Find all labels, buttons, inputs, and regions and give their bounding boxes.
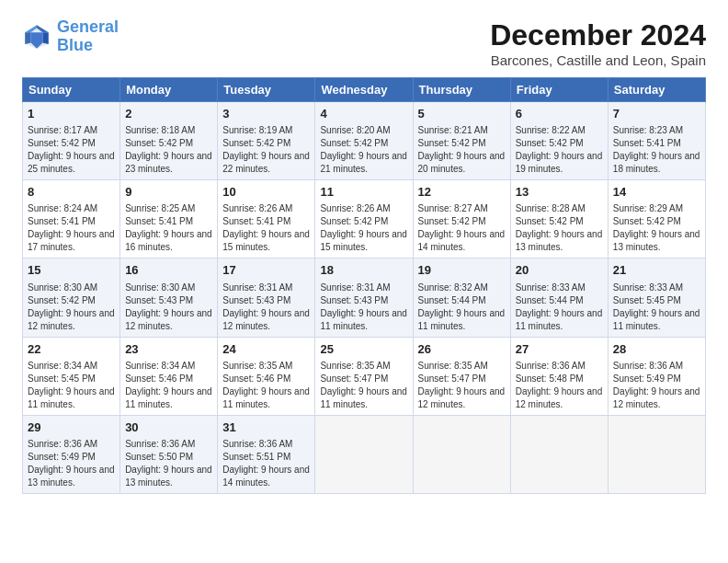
sunset-text: Sunset: 5:51 PM [222, 452, 290, 462]
week-row-4: 22Sunrise: 8:34 AMSunset: 5:45 PMDayligh… [23, 337, 706, 415]
sunrise-text: Sunrise: 8:26 AM [320, 203, 390, 213]
sunrise-text: Sunrise: 8:32 AM [418, 282, 488, 293]
daylight-text: Daylight: 9 hours and 21 minutes. [320, 151, 407, 174]
sunrise-text: Sunrise: 8:28 AM [516, 203, 586, 213]
sunrise-text: Sunrise: 8:21 AM [418, 125, 488, 135]
daylight-text: Daylight: 9 hours and 11 minutes. [320, 308, 407, 331]
sunset-text: Sunset: 5:47 PM [418, 373, 486, 384]
day-number: 3 [222, 106, 310, 122]
sunrise-text: Sunrise: 8:36 AM [613, 361, 683, 371]
sunset-text: Sunset: 5:42 PM [320, 216, 388, 226]
sunrise-text: Sunrise: 8:17 AM [28, 125, 97, 135]
daylight-text: Daylight: 9 hours and 12 minutes. [516, 386, 603, 409]
calendar-cell: 22Sunrise: 8:34 AMSunset: 5:45 PMDayligh… [23, 337, 120, 415]
sunrise-text: Sunrise: 8:26 AM [222, 203, 292, 213]
daylight-text: Daylight: 9 hours and 11 minutes. [320, 386, 407, 409]
day-number: 22 [28, 341, 115, 358]
calendar-cell: 23Sunrise: 8:34 AMSunset: 5:46 PMDayligh… [120, 337, 218, 415]
calendar-cell: 8Sunrise: 8:24 AMSunset: 5:41 PMDaylight… [23, 180, 120, 259]
sunset-text: Sunset: 5:42 PM [418, 138, 486, 148]
daylight-text: Daylight: 9 hours and 18 minutes. [613, 151, 700, 174]
daylight-text: Daylight: 9 hours and 13 minutes. [613, 229, 700, 252]
daylight-text: Daylight: 9 hours and 11 minutes. [418, 308, 506, 331]
daylight-text: Daylight: 9 hours and 13 minutes. [125, 465, 212, 488]
calendar-cell: 7Sunrise: 8:23 AMSunset: 5:41 PMDaylight… [608, 102, 705, 180]
sunset-text: Sunset: 5:45 PM [28, 373, 96, 384]
logo: General Blue [22, 18, 119, 55]
title-block: December 2024 Barcones, Castille and Leo… [490, 18, 706, 68]
day-number: 15 [28, 262, 115, 279]
sunset-text: Sunset: 5:42 PM [516, 138, 584, 148]
daylight-text: Daylight: 9 hours and 13 minutes. [516, 229, 603, 252]
calendar-cell: 26Sunrise: 8:35 AMSunset: 5:47 PMDayligh… [413, 337, 510, 415]
calendar-cell: 21Sunrise: 8:33 AMSunset: 5:45 PMDayligh… [608, 259, 705, 337]
sunrise-text: Sunrise: 8:25 AM [125, 203, 195, 213]
column-header-friday: Friday [510, 78, 608, 102]
sunset-text: Sunset: 5:42 PM [28, 138, 96, 148]
calendar-cell: 15Sunrise: 8:30 AMSunset: 5:42 PMDayligh… [23, 259, 120, 337]
daylight-text: Daylight: 9 hours and 12 minutes. [28, 308, 115, 331]
page: General Blue December 2024 Barcones, Cas… [0, 0, 728, 563]
day-number: 6 [516, 106, 603, 122]
calendar-cell [413, 415, 510, 493]
sunrise-text: Sunrise: 8:22 AM [516, 125, 586, 135]
sunset-text: Sunset: 5:50 PM [125, 452, 193, 462]
calendar-cell: 16Sunrise: 8:30 AMSunset: 5:43 PMDayligh… [120, 259, 218, 337]
calendar-cell: 20Sunrise: 8:33 AMSunset: 5:44 PMDayligh… [510, 259, 608, 337]
week-row-2: 8Sunrise: 8:24 AMSunset: 5:41 PMDaylight… [23, 180, 706, 259]
column-header-wednesday: Wednesday [315, 78, 413, 102]
logo-blue: Blue [57, 36, 93, 54]
sunset-text: Sunset: 5:41 PM [222, 216, 290, 226]
calendar-cell: 24Sunrise: 8:35 AMSunset: 5:46 PMDayligh… [218, 337, 315, 415]
sunset-text: Sunset: 5:42 PM [125, 138, 193, 148]
daylight-text: Daylight: 9 hours and 12 minutes. [222, 308, 310, 331]
sunset-text: Sunset: 5:43 PM [320, 295, 388, 305]
calendar-cell [510, 415, 608, 493]
day-number: 24 [222, 341, 310, 358]
daylight-text: Daylight: 9 hours and 16 minutes. [125, 229, 212, 252]
sunrise-text: Sunrise: 8:36 AM [28, 439, 97, 449]
calendar-cell: 9Sunrise: 8:25 AMSunset: 5:41 PMDaylight… [120, 180, 218, 259]
daylight-text: Daylight: 9 hours and 23 minutes. [125, 151, 212, 174]
calendar-header: SundayMondayTuesdayWednesdayThursdayFrid… [23, 78, 706, 102]
calendar-cell: 11Sunrise: 8:26 AMSunset: 5:42 PMDayligh… [315, 180, 413, 259]
svg-marker-3 [25, 32, 30, 44]
sunset-text: Sunset: 5:41 PM [125, 216, 193, 226]
sunrise-text: Sunrise: 8:31 AM [320, 282, 390, 293]
calendar-cell [315, 415, 413, 493]
day-number: 30 [125, 419, 212, 436]
sunset-text: Sunset: 5:47 PM [320, 373, 388, 384]
calendar-cell: 10Sunrise: 8:26 AMSunset: 5:41 PMDayligh… [218, 180, 315, 259]
sunset-text: Sunset: 5:42 PM [320, 138, 388, 148]
calendar-cell: 18Sunrise: 8:31 AMSunset: 5:43 PMDayligh… [315, 259, 413, 337]
sunrise-text: Sunrise: 8:29 AM [613, 203, 683, 213]
sunrise-text: Sunrise: 8:20 AM [320, 125, 390, 135]
day-number: 25 [320, 341, 407, 358]
sunrise-text: Sunrise: 8:36 AM [222, 439, 292, 449]
day-number: 27 [516, 341, 603, 358]
main-title: December 2024 [490, 18, 706, 52]
day-number: 31 [222, 419, 310, 436]
daylight-text: Daylight: 9 hours and 12 minutes. [418, 386, 506, 409]
sunrise-text: Sunrise: 8:24 AM [28, 203, 97, 213]
daylight-text: Daylight: 9 hours and 25 minutes. [28, 151, 115, 174]
sunset-text: Sunset: 5:44 PM [516, 295, 584, 305]
calendar-cell: 29Sunrise: 8:36 AMSunset: 5:49 PMDayligh… [23, 415, 120, 493]
daylight-text: Daylight: 9 hours and 15 minutes. [222, 229, 310, 252]
calendar-cell: 17Sunrise: 8:31 AMSunset: 5:43 PMDayligh… [218, 259, 315, 337]
sunrise-text: Sunrise: 8:30 AM [28, 282, 97, 293]
sunset-text: Sunset: 5:42 PM [418, 216, 486, 226]
day-number: 14 [613, 184, 700, 201]
calendar-cell: 28Sunrise: 8:36 AMSunset: 5:49 PMDayligh… [608, 337, 705, 415]
column-header-thursday: Thursday [413, 78, 510, 102]
daylight-text: Daylight: 9 hours and 11 minutes. [28, 386, 115, 409]
day-number: 13 [516, 184, 603, 201]
daylight-text: Daylight: 9 hours and 11 minutes. [516, 308, 603, 331]
week-row-1: 1Sunrise: 8:17 AMSunset: 5:42 PMDaylight… [23, 102, 706, 180]
sunset-text: Sunset: 5:43 PM [125, 295, 193, 305]
daylight-text: Daylight: 9 hours and 12 minutes. [125, 308, 212, 331]
sunset-text: Sunset: 5:42 PM [516, 216, 584, 226]
day-number: 28 [613, 341, 700, 358]
sunrise-text: Sunrise: 8:34 AM [28, 361, 97, 371]
sunset-text: Sunset: 5:42 PM [613, 216, 681, 226]
